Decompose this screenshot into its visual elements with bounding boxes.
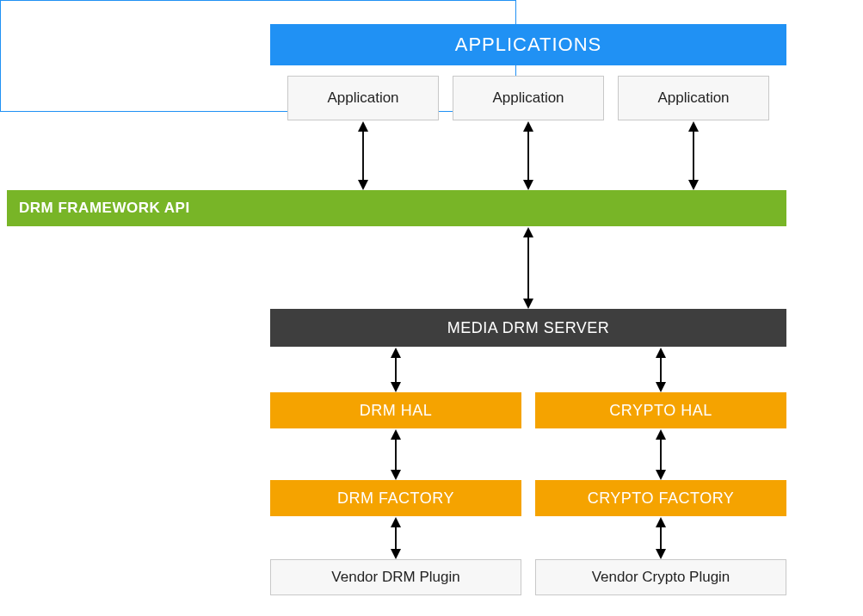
drm-factory-box: DRM FACTORY (270, 480, 521, 516)
media-drm-server-bar: MEDIA DRM SERVER (270, 309, 786, 347)
application-box-1: Application (287, 76, 439, 120)
drm-hal-box: DRM HAL (270, 392, 521, 428)
crypto-factory-box: CRYPTO FACTORY (535, 480, 786, 516)
crypto-hal-box: CRYPTO HAL (535, 392, 786, 428)
application-box-2: Application (453, 76, 604, 120)
drm-framework-api-bar: DRM FRAMEWORK API (7, 190, 786, 226)
vendor-crypto-plugin-box: Vendor Crypto Plugin (535, 559, 786, 595)
application-box-3: Application (618, 76, 769, 120)
vendor-drm-plugin-box: Vendor DRM Plugin (270, 559, 521, 595)
drm-architecture-diagram: APPLICATIONS Application Application App… (0, 0, 863, 616)
applications-header: APPLICATIONS (270, 24, 786, 65)
